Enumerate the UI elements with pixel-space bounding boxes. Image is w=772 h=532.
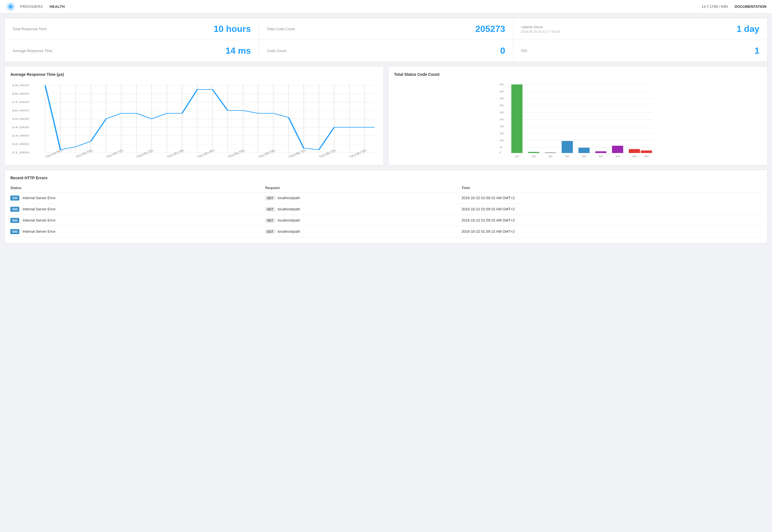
errors-table-header: Status Request Time	[10, 183, 762, 192]
y-label-3: 16,000	[12, 109, 29, 112]
request-path: localhost/path	[278, 207, 300, 211]
svg-text:03:05:35: 03:05:35	[166, 149, 186, 158]
error-status-cell: 500 Internal Server Error	[10, 226, 265, 237]
svg-text:400: 400	[500, 97, 504, 100]
error-request-cell: GET localhost/path	[265, 226, 461, 237]
docs-link[interactable]: DOCUMENTATION	[735, 4, 766, 9]
metric-value-pid: 1	[754, 46, 759, 56]
metric-value-code-count: 0	[500, 46, 505, 56]
metric-value-uptime: 1 day	[736, 24, 759, 34]
svg-text:250: 250	[500, 118, 504, 121]
svg-text:100: 100	[500, 139, 504, 142]
status-badge: 500	[10, 207, 19, 212]
charts-section: Average Response Time (μs) 19,000 18,000…	[4, 66, 768, 165]
table-row: 500 Internal Server Error GET localhost/…	[10, 226, 762, 237]
svg-text:301: 301	[548, 155, 552, 158]
error-request-cell: GET localhost/path	[265, 204, 461, 215]
error-time-cell: 2016-10-22 01:59:15 AM GMT+2	[462, 192, 762, 204]
bar-chart-container: 500 450 400 350 300 250 200 150 100 50 0	[394, 81, 762, 159]
error-text: Internal Server Error	[23, 229, 56, 234]
svg-text:450: 450	[500, 90, 504, 93]
bar-404	[612, 146, 623, 153]
error-request-cell: GET localhost/path	[265, 192, 461, 204]
navbar: T PROVIDERS HEALTH 14.7.1789 / KIRI DOCU…	[0, 0, 772, 13]
metric-label-avg-response: Average Response Time	[13, 49, 52, 53]
metric-label-pid: PID	[521, 49, 527, 53]
svg-text:03:05:15: 03:05:15	[105, 149, 125, 158]
y-label-5: 14,000	[12, 126, 29, 129]
svg-text:03:05:55: 03:05:55	[226, 149, 246, 158]
svg-text:03:05:45: 03:05:45	[196, 149, 216, 158]
nav-providers[interactable]: PROVIDERS	[20, 3, 43, 10]
metric-label-code-count: Code Count	[267, 49, 286, 53]
svg-text:500: 500	[632, 155, 636, 158]
metric-pid: PID 1	[513, 40, 767, 62]
bar-206	[528, 152, 539, 153]
status-badge: 500	[10, 229, 19, 234]
svg-text:350: 350	[500, 104, 504, 107]
svg-text:T: T	[10, 6, 11, 8]
y-label-1: 18,000	[12, 92, 29, 95]
errors-title: Recent HTTP Errors	[10, 176, 762, 180]
error-time-cell: 2016-10-22 01:59:15 AM GMT+2	[462, 204, 762, 215]
metric-avg-response-time: Average Response Time 14 ms	[5, 40, 259, 62]
method-badge: GET	[265, 196, 275, 200]
line-chart-container: 19,000 18,000 17,000 16,000 15,000 14,00…	[10, 81, 378, 159]
traefik-logo: T	[6, 2, 16, 12]
svg-text:200: 200	[500, 125, 504, 128]
line-chart-card: Average Response Time (μs) 19,000 18,000…	[4, 66, 384, 165]
svg-text:304: 304	[582, 155, 586, 158]
y-label-2: 17,000	[12, 101, 29, 103]
bar-chart-title: Total Status Code Count	[394, 72, 762, 77]
bar-chart-svg: 500 450 400 350 300 250 200 150 100 50 0	[394, 81, 762, 159]
method-badge: GET	[265, 207, 275, 211]
bar-302	[562, 141, 573, 153]
method-badge: GET	[265, 229, 275, 234]
y-label-0: 19,000	[12, 84, 29, 87]
metric-total-code-count: Total Code Count 205273	[259, 18, 513, 40]
svg-text:404: 404	[615, 155, 620, 158]
bar-301	[545, 152, 556, 153]
svg-text:503: 503	[644, 155, 648, 158]
bar-503	[641, 150, 652, 153]
nav-health[interactable]: HEALTH	[50, 3, 65, 10]
metric-label-uptime: Uptime Since 2018-05-20 20:42:17 +02:00	[521, 25, 560, 33]
svg-text:206: 206	[531, 155, 536, 158]
metric-value-avg-response: 14 ms	[225, 46, 251, 56]
line-chart-svg: 19,000 18,000 17,000 16,000 15,000 14,00…	[10, 81, 378, 159]
error-status-cell: 500 Internal Server Error	[10, 192, 265, 204]
bar-200	[511, 84, 522, 153]
svg-text:401: 401	[599, 155, 603, 158]
svg-text:150: 150	[500, 132, 504, 135]
metric-value-total-response: 10 hours	[214, 24, 251, 34]
bar-chart-card: Total Status Code Count 500 450 400 350 …	[388, 66, 768, 165]
svg-text:03:06:35: 03:06:35	[348, 149, 368, 158]
svg-text:03:06:05: 03:06:05	[257, 149, 277, 158]
svg-text:302: 302	[565, 155, 569, 158]
bar-500	[629, 149, 640, 153]
metric-total-response-time: Total Response Time 10 hours	[5, 18, 259, 40]
metric-value-total-code: 205273	[475, 24, 505, 34]
bar-401	[595, 151, 606, 153]
y-label-8: 11,000	[12, 151, 29, 154]
svg-text:500: 500	[500, 83, 504, 86]
svg-text:300: 300	[500, 111, 504, 114]
error-time-cell: 2016-10-22 01:59:15 AM GMT+2	[462, 226, 762, 237]
metric-label-total-response: Total Response Time	[13, 27, 46, 31]
error-status-cell: 500 Internal Server Error	[10, 215, 265, 226]
y-label-7: 12,000	[12, 143, 29, 145]
svg-text:03:06:15: 03:06:15	[287, 149, 307, 158]
request-path: localhost/path	[278, 229, 300, 234]
navbar-right: 14.7.1789 / KIRI DOCUMENTATION	[702, 4, 766, 9]
svg-text:03:05:25: 03:05:25	[135, 149, 155, 158]
request-path: localhost/path	[278, 218, 300, 222]
status-badge: 500	[10, 196, 19, 201]
method-badge: GET	[265, 218, 275, 223]
request-path: localhost/path	[278, 196, 300, 200]
error-text: Internal Server Error	[23, 207, 56, 211]
line-chart-title: Average Response Time (μs)	[10, 72, 378, 77]
metrics-row-2: Average Response Time 14 ms Code Count 0…	[5, 40, 767, 62]
errors-table-body: 500 Internal Server Error GET localhost/…	[10, 192, 762, 237]
error-text: Internal Server Error	[23, 196, 56, 200]
response-time-line	[45, 85, 375, 150]
